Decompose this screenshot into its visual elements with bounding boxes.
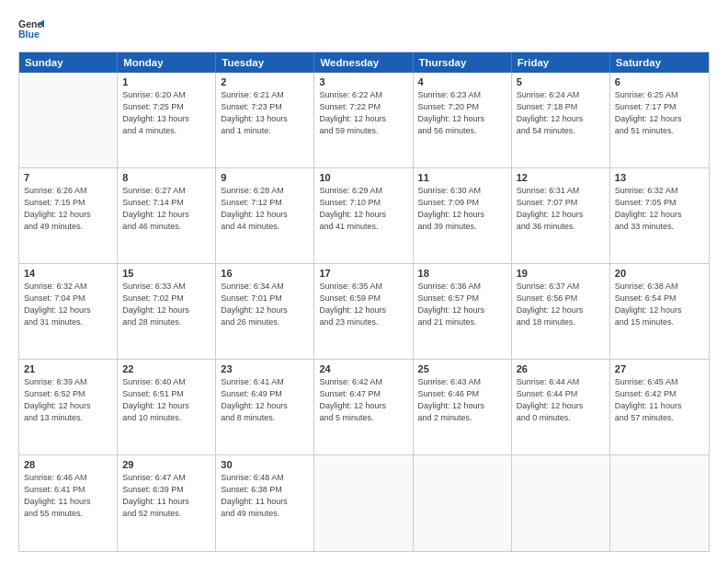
day-number: 14 <box>24 268 112 279</box>
cell-line: Sunrise: 6:27 AM <box>122 185 210 197</box>
calendar-day-12: 12Sunrise: 6:31 AMSunset: 7:07 PMDayligh… <box>512 168 610 263</box>
logo: General Blue <box>18 17 44 42</box>
header-day-wednesday: Wednesday <box>314 52 413 73</box>
cell-line: and 31 minutes. <box>24 316 112 328</box>
day-number: 13 <box>615 172 704 183</box>
cell-line: Sunset: 6:44 PM <box>517 388 605 400</box>
cell-line: Daylight: 12 hours <box>122 400 210 412</box>
cell-line: Daylight: 12 hours <box>418 304 506 316</box>
cell-line: Sunrise: 6:33 AM <box>122 281 210 293</box>
cell-line: and 2 minutes. <box>418 412 506 424</box>
cell-line: and 33 minutes. <box>615 221 704 233</box>
day-number: 22 <box>122 363 210 374</box>
cell-line: and 26 minutes. <box>221 316 309 328</box>
cell-line: Daylight: 12 hours <box>517 304 605 316</box>
cell-line: Sunset: 7:07 PM <box>517 197 605 209</box>
cell-line: and 55 minutes. <box>24 508 112 520</box>
cell-line: and 23 minutes. <box>319 316 407 328</box>
cell-line: Sunrise: 6:35 AM <box>319 281 407 293</box>
cell-line: and 49 minutes. <box>24 221 112 233</box>
day-number: 17 <box>319 268 407 279</box>
day-number: 16 <box>221 268 309 279</box>
cell-line: Daylight: 13 hours <box>221 113 309 125</box>
header: General Blue <box>18 17 710 42</box>
day-number: 19 <box>517 268 605 279</box>
cell-line: Sunset: 7:12 PM <box>221 197 309 209</box>
cell-line: Sunset: 6:47 PM <box>319 388 407 400</box>
cell-line: Sunrise: 6:23 AM <box>418 89 506 101</box>
cell-line: Sunrise: 6:44 AM <box>517 376 605 388</box>
cell-line: and 28 minutes. <box>122 316 210 328</box>
cell-line: Daylight: 11 hours <box>122 496 210 508</box>
cell-line: Daylight: 12 hours <box>517 113 605 125</box>
cell-line: Sunset: 6:57 PM <box>418 293 506 304</box>
calendar-empty-cell <box>610 455 709 551</box>
cell-line: Sunrise: 6:29 AM <box>319 185 407 197</box>
cell-line: Sunset: 6:54 PM <box>615 293 704 304</box>
cell-line: Sunset: 7:18 PM <box>517 101 605 113</box>
cell-line: Daylight: 11 hours <box>221 496 309 508</box>
calendar-day-28: 28Sunrise: 6:46 AMSunset: 6:41 PMDayligh… <box>19 455 118 551</box>
cell-line: and 8 minutes. <box>221 412 309 424</box>
cell-line: Daylight: 12 hours <box>24 209 112 221</box>
cell-line: and 5 minutes. <box>319 412 407 424</box>
cell-line: Daylight: 12 hours <box>122 304 210 316</box>
svg-text:Blue: Blue <box>18 29 40 40</box>
cell-line: and 59 minutes. <box>319 125 407 137</box>
day-number: 6 <box>615 76 704 87</box>
cell-line: and 39 minutes. <box>418 221 506 233</box>
cell-line: Sunset: 6:42 PM <box>615 388 704 400</box>
day-number: 21 <box>24 363 112 374</box>
cell-line: Daylight: 12 hours <box>517 209 605 221</box>
calendar-day-4: 4Sunrise: 6:23 AMSunset: 7:20 PMDaylight… <box>414 73 512 167</box>
cell-line: Sunrise: 6:28 AM <box>221 185 309 197</box>
calendar-empty-cell <box>414 455 512 551</box>
cell-line: Sunset: 6:59 PM <box>319 293 407 304</box>
logo-icon: General Blue <box>18 17 44 42</box>
day-number: 23 <box>221 363 309 374</box>
cell-line: Sunrise: 6:31 AM <box>517 185 605 197</box>
calendar-week-4: 21Sunrise: 6:39 AMSunset: 6:52 PMDayligh… <box>19 360 709 455</box>
day-number: 5 <box>517 76 605 87</box>
cell-line: and 13 minutes. <box>24 412 112 424</box>
header-day-monday: Monday <box>118 52 216 73</box>
cell-line: Sunset: 7:01 PM <box>221 293 309 304</box>
cell-line: Sunrise: 6:21 AM <box>221 89 309 101</box>
cell-line: Daylight: 12 hours <box>615 113 704 125</box>
day-number: 27 <box>615 363 704 374</box>
cell-line: Sunrise: 6:39 AM <box>24 376 112 388</box>
cell-line: and 56 minutes. <box>418 125 506 137</box>
cell-line: Daylight: 12 hours <box>418 113 506 125</box>
calendar-header: SundayMondayTuesdayWednesdayThursdayFrid… <box>19 52 709 73</box>
header-day-saturday: Saturday <box>610 52 709 73</box>
calendar-day-3: 3Sunrise: 6:22 AMSunset: 7:22 PMDaylight… <box>314 73 413 167</box>
calendar-day-14: 14Sunrise: 6:32 AMSunset: 7:04 PMDayligh… <box>19 264 118 359</box>
cell-line: Sunrise: 6:32 AM <box>615 185 704 197</box>
calendar-day-21: 21Sunrise: 6:39 AMSunset: 6:52 PMDayligh… <box>19 360 118 454</box>
cell-line: Daylight: 12 hours <box>319 113 407 125</box>
cell-line: Daylight: 12 hours <box>517 400 605 412</box>
cell-line: Sunset: 7:10 PM <box>319 197 407 209</box>
cell-line: Sunset: 7:23 PM <box>221 101 309 113</box>
cell-line: Daylight: 11 hours <box>24 496 112 508</box>
cell-line: Sunset: 7:25 PM <box>122 101 210 113</box>
calendar-day-18: 18Sunrise: 6:36 AMSunset: 6:57 PMDayligh… <box>414 264 512 359</box>
calendar-day-2: 2Sunrise: 6:21 AMSunset: 7:23 PMDaylight… <box>216 73 314 167</box>
day-number: 24 <box>319 363 407 374</box>
day-number: 9 <box>221 172 309 183</box>
calendar-day-30: 30Sunrise: 6:48 AMSunset: 6:38 PMDayligh… <box>216 455 314 551</box>
calendar-day-7: 7Sunrise: 6:26 AMSunset: 7:15 PMDaylight… <box>19 168 118 263</box>
day-number: 3 <box>319 76 407 87</box>
calendar-day-1: 1Sunrise: 6:20 AMSunset: 7:25 PMDaylight… <box>118 73 216 167</box>
calendar-day-29: 29Sunrise: 6:47 AMSunset: 6:39 PMDayligh… <box>118 455 216 551</box>
calendar-day-16: 16Sunrise: 6:34 AMSunset: 7:01 PMDayligh… <box>216 264 314 359</box>
calendar-week-1: 1Sunrise: 6:20 AMSunset: 7:25 PMDaylight… <box>19 73 709 168</box>
day-number: 18 <box>418 268 506 279</box>
cell-line: Sunset: 7:22 PM <box>319 101 407 113</box>
day-number: 1 <box>122 76 210 87</box>
day-number: 8 <box>122 172 210 183</box>
cell-line: and 1 minute. <box>221 125 309 137</box>
cell-line: and 15 minutes. <box>615 316 704 328</box>
cell-line: Sunrise: 6:40 AM <box>122 376 210 388</box>
cell-line: Daylight: 12 hours <box>24 304 112 316</box>
